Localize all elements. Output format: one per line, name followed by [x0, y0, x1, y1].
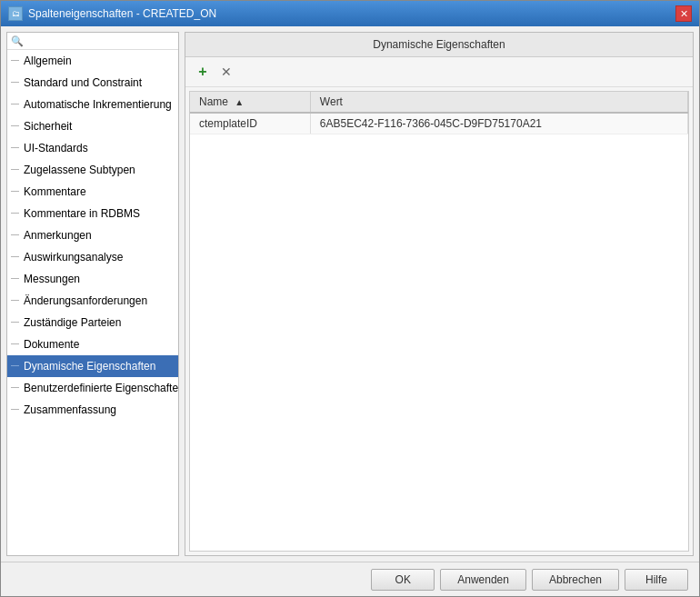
column-name-header[interactable]: Name ▲ [190, 92, 310, 113]
sidebar-item-zugelassene-subtypen[interactable]: Zugelassene Subtypen [7, 159, 178, 181]
search-icon: 🔍 [11, 35, 24, 47]
window-title: Spalteneigenschaften - CREATED_ON [28, 7, 216, 20]
sidebar-item-auto-inkrement[interactable]: Automatische Inkrementierung [7, 94, 178, 115]
cell-wert: 6AB5EC42-F116-7366-045C-D9FD75170A21 [310, 113, 687, 134]
title-bar: 🗂 Spalteneigenschaften - CREATED_ON ✕ [1, 1, 699, 26]
dialog-content: 🔍 Allgemein Standard und Constraint Auto… [1, 26, 699, 562]
table-header-row: Name ▲ Wert [190, 92, 688, 113]
sidebar-item-anmerkungen[interactable]: Anmerkungen [7, 224, 178, 246]
help-button[interactable]: Hilfe [625, 569, 688, 591]
sidebar-item-zusammenfassung[interactable]: Zusammenfassung [7, 399, 178, 421]
column-wert-header[interactable]: Wert [310, 92, 687, 113]
search-box: 🔍 [7, 33, 178, 50]
apply-button[interactable]: Anwenden [440, 569, 526, 591]
dialog-footer: OK Anwenden Abbrechen Hilfe [1, 562, 699, 596]
nav-list: Allgemein Standard und Constraint Automa… [7, 50, 178, 555]
sidebar-item-ui-standards[interactable]: UI-Standards [7, 137, 178, 159]
sidebar-item-standard-constraint[interactable]: Standard und Constraint [7, 72, 178, 94]
window-icon: 🗂 [8, 6, 23, 21]
sidebar-item-dokumente[interactable]: Dokumente [7, 333, 178, 355]
sidebar-item-kommentare-rdbms[interactable]: Kommentare in RDBMS [7, 203, 178, 224]
title-bar-left: 🗂 Spalteneigenschaften - CREATED_ON [8, 6, 216, 21]
left-panel: 🔍 Allgemein Standard und Constraint Auto… [6, 32, 179, 556]
panel-header: Dynamische Eigenschaften [185, 33, 693, 57]
add-button[interactable]: + [193, 62, 213, 82]
cell-name: ctemplateID [190, 113, 310, 134]
sidebar-item-allgemein[interactable]: Allgemein [7, 50, 178, 72]
sidebar-item-zustaendige-parteien[interactable]: Zuständige Parteien [7, 312, 178, 333]
search-input[interactable] [25, 35, 175, 47]
sidebar-item-dynamische-eigenschaften[interactable]: Dynamische Eigenschaften [7, 355, 178, 377]
sidebar-item-aenderungsanforderungen[interactable]: Änderungsanforderungen [7, 290, 178, 312]
cancel-button[interactable]: Abbrechen [532, 569, 619, 591]
sidebar-item-messungen[interactable]: Messungen [7, 268, 178, 290]
ok-button[interactable]: OK [371, 569, 435, 591]
properties-table: Name ▲ Wert ctemplateID 6AB5EC42-F116-73… [190, 92, 688, 134]
toolbar: + ✕ [185, 57, 693, 87]
table-body: ctemplateID 6AB5EC42-F116-7366-045C-D9FD… [190, 113, 688, 134]
right-panel: Dynamische Eigenschaften + ✕ Name ▲ [185, 32, 694, 556]
sidebar-item-kommentare[interactable]: Kommentare [7, 181, 178, 203]
sort-asc-icon: ▲ [235, 97, 244, 107]
table-area: Name ▲ Wert ctemplateID 6AB5EC42-F116-73… [189, 91, 689, 552]
sidebar-item-auswirkungsanalyse[interactable]: Auswirkungsanalyse [7, 246, 178, 268]
delete-button[interactable]: ✕ [216, 62, 236, 82]
sidebar-item-benutzerdefinierte-eigenschaften[interactable]: Benutzerdefinierte Eigenschaften [7, 377, 178, 399]
dialog-window: 🗂 Spalteneigenschaften - CREATED_ON ✕ 🔍 … [0, 0, 700, 597]
sidebar-item-sicherheit[interactable]: Sicherheit [7, 115, 178, 137]
close-button[interactable]: ✕ [675, 5, 692, 22]
table-row[interactable]: ctemplateID 6AB5EC42-F116-7366-045C-D9FD… [190, 113, 688, 134]
